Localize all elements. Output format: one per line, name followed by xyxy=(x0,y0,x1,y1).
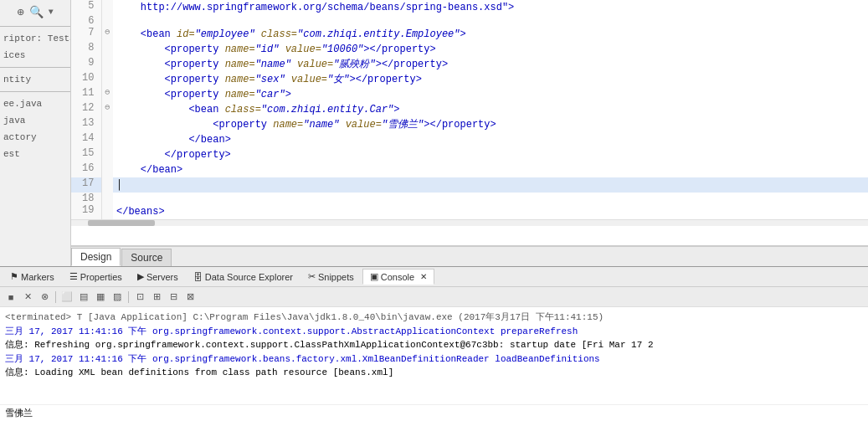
servers-label: Servers xyxy=(146,272,178,282)
line-fold-7[interactable]: ⊖ xyxy=(101,27,113,42)
terminated-line: <terminated> T [Java Application] C:\Pro… xyxy=(5,311,863,325)
line-content-5: http://www.springframework.org/schema/be… xyxy=(113,0,868,15)
sidebar-icon-2[interactable]: 🔍 xyxy=(29,5,44,19)
sidebar: ⊕ 🔍 ▼ riptor: TestS ices ntity ee.java j… xyxy=(0,0,71,266)
main-area: ⊕ 🔍 ▼ riptor: TestS ices ntity ee.java j… xyxy=(0,0,868,266)
line-num-13: 13 xyxy=(71,117,101,132)
properties-label: Properties xyxy=(80,272,122,282)
line-num-12: 12 xyxy=(71,102,101,117)
bottom-tabs-bar: ⚑ Markers ☰ Properties ▶ Servers 🗄 Data … xyxy=(0,267,868,287)
markers-icon: ⚑ xyxy=(10,271,18,282)
sidebar-item-ices: ices xyxy=(0,49,70,62)
tab-datasource[interactable]: 🗄 Data Source Explorer xyxy=(187,270,300,284)
tab-servers[interactable]: ▶ Servers xyxy=(131,270,185,284)
line-content-10: <property name="sex" value="女"></propert… xyxy=(113,72,868,87)
console-toolbar: ■ ✕ ⊗ ⬜ ▤ ▦ ▨ ⊡ ⊞ ⊟ ⊠ xyxy=(0,287,868,307)
line-content-18 xyxy=(113,193,868,204)
console-line-3: 三月 17, 2017 11:41:16 下午 org.springframew… xyxy=(5,352,863,367)
sidebar-item-descriptor: riptor: TestS xyxy=(0,32,70,45)
console-line-2: 信息: Refreshing org.springframework.conte… xyxy=(5,338,863,352)
console-line-4: 信息: Loading XML bean definitions from cl… xyxy=(5,366,863,380)
sidebar-divider-1 xyxy=(0,26,70,27)
line-content-8: <property name="id" value="10060"></prop… xyxy=(113,42,868,57)
toolbar-btn-5[interactable]: ▤ xyxy=(76,290,91,305)
line-fold-8 xyxy=(101,42,113,57)
line-fold-6 xyxy=(101,15,113,27)
toolbar-sep-1 xyxy=(55,291,56,303)
line-content-7: <bean id="employee" class="com.zhiqi.ent… xyxy=(113,27,868,42)
editor-area: 5 http://www.springframework.org/schema/… xyxy=(71,0,868,266)
toolbar-btn-9[interactable]: ⊞ xyxy=(149,290,164,305)
line-num-16: 16 xyxy=(71,162,101,177)
console-line-1: 三月 17, 2017 11:41:16 下午 org.springframew… xyxy=(5,325,863,339)
line-content-11: <property name="car"> xyxy=(113,87,868,102)
stop-button[interactable]: ■ xyxy=(3,290,18,305)
line-fold-18 xyxy=(101,193,113,204)
line-num-10: 10 xyxy=(71,72,101,87)
tab-console[interactable]: ▣ Console ✕ xyxy=(362,269,434,285)
snippets-label: Snippets xyxy=(318,272,354,282)
console-close-icon[interactable]: ✕ xyxy=(420,272,427,281)
sidebar-icon-1[interactable]: ⊕ xyxy=(17,5,23,19)
tab-design[interactable]: Design xyxy=(71,248,121,266)
line-fold-12[interactable]: ⊖ xyxy=(101,102,113,117)
sidebar-divider-3 xyxy=(0,91,70,92)
line-content-16: </bean> xyxy=(113,162,868,177)
line-fold-14 xyxy=(101,132,113,147)
line-num-7: 7 xyxy=(71,27,101,42)
datasource-label: Data Source Explorer xyxy=(205,272,293,282)
sidebar-divider-2 xyxy=(0,67,70,68)
markers-label: Markers xyxy=(21,272,54,282)
console-icon: ▣ xyxy=(370,271,378,282)
editor-tabs: Design Source xyxy=(71,246,868,266)
line-num-18: 18 xyxy=(71,193,101,204)
tab-markers[interactable]: ⚑ Markers xyxy=(3,270,61,284)
snippets-icon: ✂ xyxy=(308,271,316,282)
line-fold-10 xyxy=(101,72,113,87)
line-num-17: 17 xyxy=(71,177,101,193)
toolbar-sep-2 xyxy=(128,291,129,303)
toolbar-btn-7[interactable]: ▨ xyxy=(110,290,125,305)
datasource-icon: 🗄 xyxy=(193,272,203,282)
toolbar-btn-10[interactable]: ⊟ xyxy=(166,290,181,305)
line-content-12: <bean class="com.zhiqi.entity.Car"> xyxy=(113,102,868,117)
line-content-14: </bean> xyxy=(113,132,868,147)
bottom-panel: ⚑ Markers ☰ Properties ▶ Servers 🗄 Data … xyxy=(0,266,868,421)
sidebar-item-java1: ee.java xyxy=(0,97,70,110)
remove-button[interactable]: ⊗ xyxy=(37,290,52,305)
code-editor[interactable]: 5 http://www.springframework.org/schema/… xyxy=(71,0,868,246)
hscroll-thumb[interactable] xyxy=(88,220,155,226)
toolbar-btn-6[interactable]: ▦ xyxy=(93,290,108,305)
sidebar-toolbar: ⊕ 🔍 ▼ xyxy=(13,3,56,21)
tab-source[interactable]: Source xyxy=(121,249,172,266)
close-button[interactable]: ✕ xyxy=(20,290,35,305)
line-fold-17 xyxy=(101,177,113,193)
tab-snippets[interactable]: ✂ Snippets xyxy=(301,270,361,284)
toolbar-btn-4[interactable]: ⬜ xyxy=(59,290,74,305)
sidebar-item-java2: java xyxy=(0,114,70,127)
line-num-9: 9 xyxy=(71,57,101,72)
line-content-6 xyxy=(113,15,868,27)
line-fold-15 xyxy=(101,147,113,162)
toolbar-btn-8[interactable]: ⊡ xyxy=(132,290,147,305)
line-content-19: </beans> xyxy=(113,204,868,219)
line-fold-16 xyxy=(101,162,113,177)
line-content-15: </property> xyxy=(113,147,868,162)
console-label: Console xyxy=(381,272,414,282)
line-content-13: <property name="name" value="雪佛兰"></prop… xyxy=(113,117,868,132)
sidebar-expand[interactable]: ▼ xyxy=(49,8,54,17)
toolbar-btn-11[interactable]: ⊠ xyxy=(182,290,198,305)
line-fold-11[interactable]: ⊖ xyxy=(101,87,113,102)
line-fold-13 xyxy=(101,117,113,132)
horizontal-scrollbar[interactable] xyxy=(71,219,868,226)
line-num-8: 8 xyxy=(71,42,101,57)
line-content-17: │ xyxy=(113,177,868,193)
line-num-19: 19 xyxy=(71,204,101,219)
line-num-15: 15 xyxy=(71,147,101,162)
properties-icon: ☰ xyxy=(69,271,78,282)
line-num-11: 11 xyxy=(71,87,101,102)
sidebar-item-entity: ntity xyxy=(0,73,70,86)
tab-properties[interactable]: ☰ Properties xyxy=(63,270,129,284)
sidebar-item-factory: actory xyxy=(0,131,70,144)
console-footer: 雪佛兰 xyxy=(0,404,868,421)
